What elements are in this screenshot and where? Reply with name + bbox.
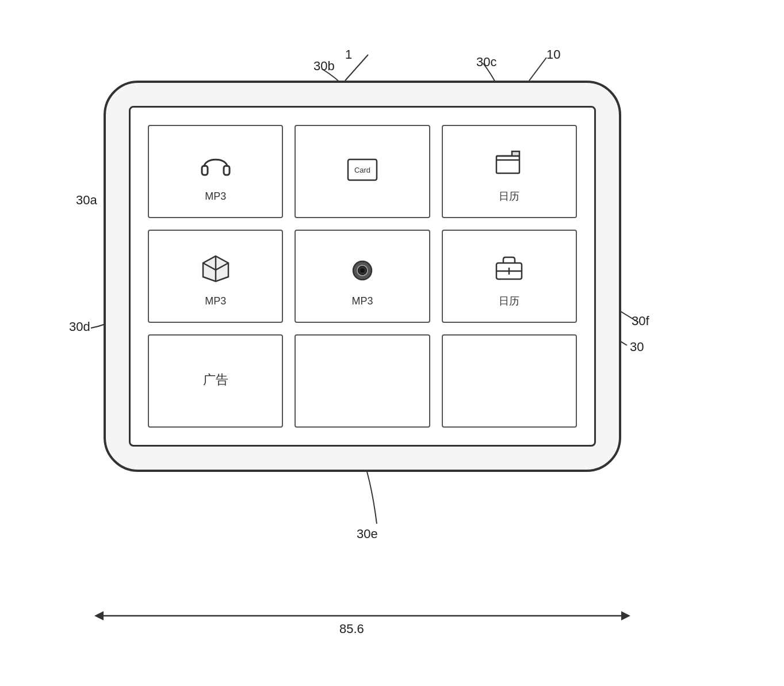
app-cell-box[interactable]: MP3 (148, 230, 283, 323)
camera-icon (339, 246, 385, 292)
app-cell-calendar[interactable]: 日历 (442, 125, 577, 218)
ad-icon: 广告 (193, 356, 239, 402)
label-30: 30 (630, 340, 644, 355)
label-30e: 30e (357, 527, 378, 542)
mp3-label-1: MP3 (205, 190, 226, 203)
label-device-id: 1 (345, 47, 352, 62)
label-30c: 30c (476, 55, 496, 70)
app-cell-mp3-headphones[interactable]: MP3 (148, 125, 283, 218)
device-screen: MP3 Card (129, 106, 596, 447)
app-cell-empty-1 (295, 334, 430, 428)
app-cell-briefcase[interactable]: 日历 (442, 230, 577, 323)
headphones-icon (193, 141, 239, 187)
measurement-label: 85.6 (339, 622, 364, 637)
app-cell-ad[interactable]: 广告 (148, 334, 283, 428)
app-cell-empty-2 (442, 334, 577, 428)
svg-point-15 (360, 268, 365, 273)
diagram-container: 1 10 30a 30b 30c 30d 30e 30f 30 MP3 (46, 23, 736, 656)
calendar-label-1: 日历 (499, 189, 519, 203)
svg-line-1 (529, 58, 546, 81)
mp3-label-2: MP3 (205, 295, 226, 307)
label-30d: 30d (69, 319, 90, 334)
svg-text:Card: Card (354, 166, 370, 174)
calendar-label-2: 日历 (499, 294, 519, 308)
svg-marker-4 (621, 611, 630, 620)
briefcase-icon (486, 245, 532, 291)
svg-rect-9 (496, 156, 519, 173)
app-cell-camera[interactable]: MP3 (295, 230, 430, 323)
svg-rect-6 (224, 166, 230, 175)
label-30a: 30a (76, 193, 97, 208)
svg-text:广告: 广告 (203, 372, 228, 387)
device-body: MP3 Card (104, 81, 621, 472)
svg-marker-10 (496, 151, 519, 156)
label-10: 10 (546, 47, 560, 62)
mp3-label-3: MP3 (351, 295, 373, 307)
label-30f: 30f (632, 314, 649, 329)
app-cell-card[interactable]: Card (295, 125, 430, 218)
box-icon (193, 246, 239, 292)
card-icon: Card (339, 147, 385, 193)
svg-marker-3 (94, 611, 104, 620)
label-30b: 30b (313, 59, 335, 74)
svg-rect-5 (202, 166, 208, 175)
calendar-icon (486, 140, 532, 186)
